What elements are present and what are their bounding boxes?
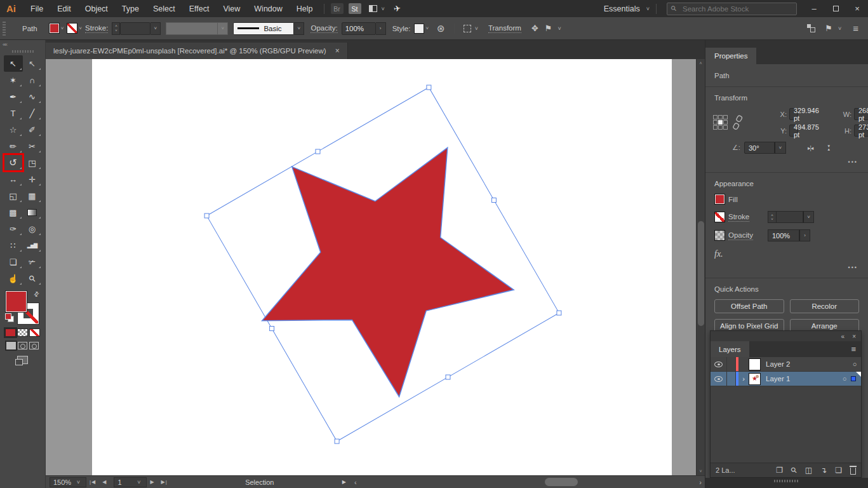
- stroke-color-swatch[interactable]: [67, 23, 77, 34]
- clipping-mask-icon[interactable]: ◫: [805, 466, 812, 475]
- artboard-number-select[interactable]: 1 ˅: [114, 477, 147, 487]
- recolor-artwork-icon[interactable]: ⊛: [437, 23, 445, 34]
- selection-tool[interactable]: ↖: [4, 55, 23, 72]
- search-input[interactable]: [667, 3, 797, 15]
- draw-normal-button[interactable]: [6, 342, 16, 349]
- vertical-scrollbar[interactable]: ˄ ˅: [696, 59, 705, 475]
- expand-arrow[interactable]: ›: [738, 375, 749, 383]
- eyedropper-tool[interactable]: ✑: [4, 220, 23, 237]
- layer-thumbnail[interactable]: ★: [749, 373, 761, 385]
- blend-tool[interactable]: ◎: [23, 220, 42, 237]
- menu-view[interactable]: View: [216, 4, 247, 13]
- fill-proxy-swatch[interactable]: [6, 291, 27, 312]
- opacity-field[interactable]: 100%: [342, 22, 376, 35]
- menu-select[interactable]: Select: [146, 4, 182, 13]
- star-shape[interactable]: [199, 80, 549, 430]
- paintbrush-tool[interactable]: ✐: [23, 121, 42, 138]
- menu-edit[interactable]: Edit: [50, 4, 78, 13]
- delete-layer-icon[interactable]: [850, 468, 856, 475]
- screen-mode-button[interactable]: [17, 356, 28, 364]
- graphic-style-swatch[interactable]: [414, 24, 424, 34]
- menu-effect[interactable]: Effect: [182, 4, 217, 13]
- layer-name[interactable]: Layer 1: [766, 375, 838, 383]
- chevron-down-icon[interactable]: ˅: [472, 25, 481, 32]
- w-field[interactable]: 268.576 pt: [854, 108, 868, 120]
- stroke-weight-field[interactable]: [120, 22, 150, 35]
- opacity-field[interactable]: 100%: [768, 229, 799, 241]
- reference-point-locator[interactable]: [713, 115, 732, 130]
- close-button[interactable]: ×: [846, 1, 868, 17]
- panel-menu-icon[interactable]: ≡: [851, 341, 861, 357]
- tab-properties[interactable]: Properties: [705, 48, 756, 64]
- draw-inside-button[interactable]: [29, 342, 39, 349]
- selection-handle[interactable]: [557, 311, 561, 315]
- artboard-tool[interactable]: ❏: [4, 254, 23, 270]
- selection-handle[interactable]: [446, 375, 450, 379]
- selection-handle[interactable]: [316, 149, 320, 154]
- x-field[interactable]: 329.946 pt: [789, 108, 798, 120]
- line-segment-tool[interactable]: ╱: [23, 105, 42, 121]
- swap-fill-stroke-icon[interactable]: ⇄: [32, 290, 41, 299]
- fill-color-swatch[interactable]: [49, 23, 60, 34]
- arrange-documents-icon[interactable]: [369, 5, 377, 12]
- bridge-button[interactable]: Br: [331, 3, 344, 14]
- opacity-swatch[interactable]: [714, 230, 725, 241]
- chevron-down-icon[interactable]: ˅: [150, 22, 161, 35]
- new-layer-icon[interactable]: ❏: [835, 466, 842, 475]
- chevron-down-icon[interactable]: ˅: [775, 142, 786, 154]
- scroll-right-icon[interactable]: ›: [696, 478, 705, 486]
- flip-horizontal-icon[interactable]: ▸¦◂: [808, 145, 813, 151]
- star-shape-tool[interactable]: ☆: [4, 121, 23, 138]
- layer-row-selected[interactable]: › ★ Layer 1 ○: [711, 372, 861, 386]
- mesh-tool[interactable]: ▩: [4, 204, 23, 220]
- menu-file[interactable]: File: [23, 4, 50, 13]
- pen-tool[interactable]: ✒: [4, 88, 23, 105]
- stroke-weight-label[interactable]: Stroke:: [85, 24, 108, 33]
- transform-more-options[interactable]: •••: [705, 154, 868, 165]
- column-graph-tool[interactable]: ▂▅▇: [23, 237, 42, 254]
- brush-definition-dropdown[interactable]: Basic: [233, 22, 294, 35]
- layer-thumbnail[interactable]: [749, 358, 761, 370]
- minimize-button[interactable]: –: [803, 1, 825, 17]
- opacity-label[interactable]: Opacity:: [310, 24, 337, 33]
- layer-name[interactable]: Layer 2: [766, 360, 848, 368]
- symbol-sprayer-tool[interactable]: ∷: [4, 237, 23, 254]
- chevron-down-icon[interactable]: ˅: [644, 6, 652, 12]
- unlink-dimensions-icon[interactable]: [733, 114, 743, 131]
- collect-for-export-icon[interactable]: ❐: [776, 466, 783, 475]
- distribute-icon[interactable]: ⚑: [545, 24, 552, 33]
- close-panel-icon[interactable]: ×: [852, 333, 856, 340]
- first-artboard-button[interactable]: |◀: [86, 479, 99, 485]
- target-circle-icon[interactable]: ○: [848, 360, 861, 368]
- shape-builder-tool[interactable]: ◱: [4, 187, 23, 204]
- angle-value[interactable]: 30°: [744, 142, 775, 154]
- stroke-weight-field[interactable]: [777, 211, 803, 223]
- draw-behind-button[interactable]: [18, 342, 27, 349]
- layer-row[interactable]: Layer 2 ○: [711, 357, 861, 372]
- next-artboard-button[interactable]: ▶: [147, 479, 157, 485]
- previous-artboard-button[interactable]: ◀: [99, 479, 110, 485]
- horizontal-scroll-thumb[interactable]: [545, 478, 578, 486]
- vertical-scroll-thumb[interactable]: [698, 221, 704, 326]
- selection-handle[interactable]: [270, 327, 274, 331]
- appearance-more-options[interactable]: •••: [705, 259, 868, 271]
- lasso-tool[interactable]: ∩: [23, 72, 42, 88]
- magic-wand-tool[interactable]: ✶: [4, 72, 23, 88]
- collapse-panel-icon[interactable]: ««: [0, 40, 45, 49]
- flip-vertical-icon[interactable]: ▼ ▲: [827, 145, 831, 151]
- fill-swatch[interactable]: [714, 194, 725, 205]
- width-tool[interactable]: ↔: [4, 171, 23, 187]
- share-icon[interactable]: ✈: [393, 3, 401, 13]
- rotation-angle-select[interactable]: 30° ˅: [744, 142, 786, 154]
- perspective-grid-tool[interactable]: ▦: [23, 187, 42, 204]
- curvature-tool[interactable]: ∿: [23, 88, 42, 105]
- document-tab[interactable]: lesly-juarez-EW2cPMEp0ml-unsplash [Recov…: [46, 43, 348, 59]
- shaper-tool[interactable]: ✏: [4, 138, 23, 154]
- selection-handle[interactable]: [335, 439, 339, 444]
- selection-handle[interactable]: [491, 198, 496, 203]
- selection-handle[interactable]: [204, 214, 209, 218]
- locate-object-icon[interactable]: ⚲: [789, 465, 799, 475]
- color-button[interactable]: [5, 329, 16, 337]
- chevron-down-icon[interactable]: ˅: [379, 6, 387, 12]
- gradient-tool[interactable]: [23, 204, 42, 220]
